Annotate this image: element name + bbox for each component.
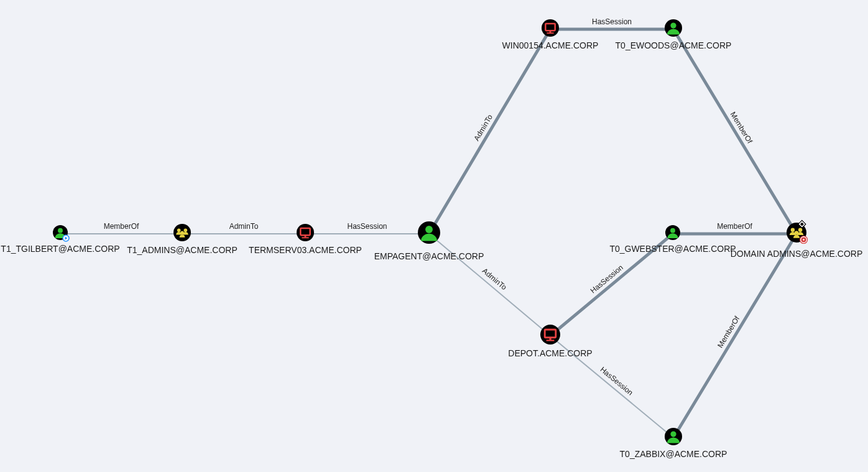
edge-label: AdminTo bbox=[229, 222, 259, 231]
node-label: DOMAIN ADMINS@ACME.CORP bbox=[731, 249, 863, 259]
svg-point-33 bbox=[803, 239, 805, 241]
edge-label: HasSession bbox=[599, 365, 635, 397]
node-domain-admins[interactable] bbox=[780, 216, 813, 251]
computer-icon bbox=[540, 325, 560, 345]
node-label: T0_GWEBSTER@ACME.CORP bbox=[609, 244, 736, 254]
computer-icon bbox=[542, 19, 559, 37]
edge-adminto[interactable] bbox=[429, 29, 550, 234]
edge-adminto[interactable] bbox=[429, 234, 550, 336]
user-icon bbox=[665, 225, 680, 240]
svg-point-29 bbox=[798, 228, 802, 231]
svg-point-30 bbox=[795, 231, 798, 234]
user-icon bbox=[665, 19, 682, 37]
edge-label: AdminTo bbox=[481, 266, 509, 292]
edge-label: MemberOf bbox=[104, 222, 139, 231]
svg-point-18 bbox=[670, 22, 676, 28]
edge-label: HasSession bbox=[347, 222, 387, 231]
svg-point-24 bbox=[670, 228, 675, 233]
svg-point-13 bbox=[542, 19, 559, 37]
svg-point-6 bbox=[180, 231, 184, 235]
node-label: T1_TGILBERT@ACME.CORP bbox=[1, 244, 119, 254]
svg-point-4 bbox=[177, 228, 181, 232]
node-empagent[interactable] bbox=[412, 215, 446, 252]
edge-label: HasSession bbox=[592, 17, 632, 26]
svg-rect-15 bbox=[550, 30, 552, 33]
node-label: T1_ADMINS@ACME.CORP bbox=[127, 245, 238, 255]
svg-rect-21 bbox=[549, 338, 551, 340]
node-label: T0_EWOODS@ACME.CORP bbox=[616, 40, 732, 50]
svg-rect-10 bbox=[302, 237, 308, 238]
computer-icon bbox=[297, 224, 314, 241]
svg-point-5 bbox=[184, 228, 188, 232]
svg-point-1 bbox=[58, 228, 63, 233]
group-icon bbox=[173, 224, 191, 241]
user-icon bbox=[418, 221, 440, 244]
node-label: TERMSERV03.ACME.CORP bbox=[249, 245, 362, 255]
svg-point-12 bbox=[425, 226, 433, 233]
svg-point-28 bbox=[791, 228, 795, 231]
edge-memberof[interactable] bbox=[673, 29, 796, 234]
node-label: DEPOT.ACME.CORP bbox=[508, 348, 592, 358]
edge-label: MemberOf bbox=[717, 222, 752, 231]
svg-rect-16 bbox=[547, 32, 553, 34]
user-icon bbox=[665, 428, 682, 445]
node-label: EMPAGENT@ACME.CORP bbox=[374, 251, 484, 261]
svg-point-19 bbox=[540, 325, 560, 345]
node-label: T0_ZABBIX@ACME.CORP bbox=[620, 449, 727, 459]
edge-memberof[interactable] bbox=[673, 234, 796, 438]
svg-rect-22 bbox=[547, 340, 555, 341]
svg-point-26 bbox=[670, 431, 676, 437]
node-label: WIN00154.ACME.CORP bbox=[502, 40, 599, 50]
svg-rect-9 bbox=[305, 235, 307, 238]
svg-point-7 bbox=[297, 224, 314, 241]
